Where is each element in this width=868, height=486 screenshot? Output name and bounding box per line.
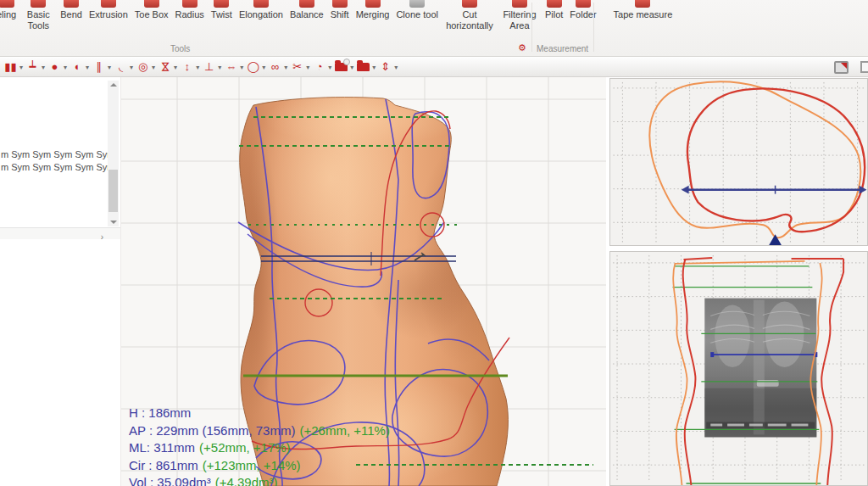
dropdown-caret-icon[interactable]: ▾ [42,64,45,71]
ribbon-item-cut-horizontally[interactable]: Cut horizontally [442,0,498,31]
smoothing-pad-tool[interactable]: ●▾ [47,60,67,74]
ribbon-item-basic-tools[interactable]: Basic Tools [19,0,57,31]
centerline-marker-icon[interactable] [769,234,782,245]
ribbon-item-balance[interactable]: Balance [287,0,327,20]
balance-tool-icon: ⊥ [201,60,217,74]
measurement-vol: Vol : 35.09dm³(+4.39dm³) [129,475,390,486]
ribbon-item-clone-tool[interactable]: Clone tool [392,0,442,20]
dropdown-caret-icon[interactable]: ▾ [350,64,353,71]
reference-bars-tool[interactable]: ▮▮▾ [3,60,23,74]
ribbon-item-merging[interactable]: Merging [353,0,393,20]
dropdown-caret-icon[interactable]: ▾ [306,64,309,71]
ribbon-item-folder[interactable]: Folder [566,0,599,20]
cut-tool-icon: ✂ [289,60,305,74]
cross-section-panel[interactable] [609,78,868,246]
dropdown-caret-icon[interactable]: ▾ [64,64,67,71]
ribbon-item-tape-measure[interactable]: Tape measure [610,0,676,20]
save-icon[interactable] [834,61,849,74]
group-separator [593,3,594,52]
radius-icon [182,0,198,8]
scrollbar-thumb[interactable] [108,170,118,212]
section-contour-modified [687,88,865,232]
dial-tool-icon: ◎ [135,60,151,74]
ribbon-item-pilot[interactable]: Pilot [542,0,566,20]
application-window: eling Basic Tools Bend Extrusion Toe Box… [0,0,868,486]
ribbon-toolbar: eling Basic Tools Bend Extrusion Toe Box… [0,0,868,57]
ribbon-item-modeling[interactable]: eling [0,0,19,20]
press-tool[interactable]: ┷▾ [25,60,45,74]
dropdown-caret-icon[interactable]: ▾ [328,64,331,71]
merging-tool[interactable]: ∞▾ [267,60,287,74]
dropdown-caret-icon[interactable]: ▾ [19,64,23,71]
ribbon-item-bend[interactable]: Bend [57,0,86,20]
expand-chevron-icon[interactable]: › [101,232,103,242]
measurement-ap: AP : 229mm (156mm, 73mm)(+26mm, +11%) [129,423,390,441]
xray-image [704,299,816,438]
group-label-tools: Tools [170,44,190,53]
dropdown-caret-icon[interactable]: ▾ [262,64,265,71]
shift-tool-icon: ⇔ [223,60,239,74]
reference-bars-icon: ▮▮ [3,60,19,74]
dropdown-caret-icon[interactable]: ▾ [240,64,243,71]
ribbon-item-shift[interactable]: Shift [327,0,353,20]
screen-icon[interactable] [860,61,868,73]
shift-icon [332,0,348,8]
merging-tool-icon: ∞ [267,60,283,74]
dropdown-caret-icon[interactable]: ▾ [284,64,287,71]
press-tool-icon: ┷ [25,60,41,74]
dropdown-caret-icon[interactable]: ▾ [152,64,155,71]
dropdown-caret-icon[interactable]: ▾ [218,64,221,71]
folder-plus-tool[interactable]: ▾ [333,63,353,71]
twist-tool[interactable]: ⋈▾ [157,60,177,74]
dialog-launcher-gear-icon[interactable]: ⚙ [518,42,526,53]
ribbon-item-toe-box[interactable]: Toe Box [131,0,172,20]
dial-tool[interactable]: ◎▾ [135,60,155,74]
dropdown-caret-icon[interactable]: ▾ [108,64,111,71]
sym-row[interactable]: m Sym Sym Sym Sym Sym Sym Sym S [1,148,108,161]
elbow-tool[interactable]: ◟▾ [113,60,133,74]
folder-tool[interactable]: ▾ [355,63,376,71]
dropdown-caret-icon[interactable]: ▾ [174,64,177,71]
dropdown-caret-icon[interactable]: ▾ [130,64,133,71]
ribbon-item-extrusion[interactable]: Extrusion [86,0,131,20]
ribbon-item-elongation[interactable]: Elongation [236,0,287,20]
model-viewport[interactable]: H : 186mm AP : 229mm (156mm, 73mm)(+26mm… [121,77,606,486]
cut-tool[interactable]: ✂▾ [289,60,309,74]
ribbon-item-filtering-area[interactable]: Filtering Area [498,0,542,31]
ribbon-item-twist[interactable]: Twist [208,0,236,20]
dropdown-caret-icon[interactable]: ▾ [394,64,398,71]
scroll-down-icon[interactable] [110,221,117,224]
shift-tool[interactable]: ⇔▾ [223,60,243,74]
folder-icon [576,0,591,8]
cross-section-canvas[interactable] [610,79,867,245]
frontal-canvas[interactable] [610,252,867,485]
measurement-readout: H : 186mm AP : 229mm (156mm, 73mm)(+26mm… [129,405,390,486]
filtering-area-tool[interactable]: ◔▾ [311,60,331,74]
smoothing-pad-icon: ● [47,60,63,74]
tape-measure-tool[interactable]: ⇕▾ [377,60,398,74]
cut-horizontally-icon [462,0,477,8]
elongation-tool[interactable]: ↕▾ [179,60,199,74]
clone-tool-icon [409,0,425,8]
elbow-tool-icon: ◟ [113,60,129,74]
ribbon-item-radius[interactable]: Radius [172,0,208,20]
scroll-up-icon[interactable] [110,83,117,87]
radius-tool[interactable]: ◯▾ [245,60,265,74]
merging-icon [365,0,381,8]
section-axis[interactable] [682,186,867,194]
clamp-tool[interactable]: ∥▾ [91,60,111,74]
bend-tool-icon: ◖ [69,60,85,74]
bend-icon [64,0,79,8]
dropdown-caret-icon[interactable]: ▾ [196,64,199,71]
basic-tools-icon [31,0,46,8]
dropdown-caret-icon[interactable]: ▾ [372,64,376,71]
dropdown-caret-icon[interactable]: ▾ [86,64,89,71]
balance-tool[interactable]: ⊥▾ [201,60,221,74]
bend-tool[interactable]: ◖▾ [69,60,89,74]
folder-plus-icon [335,63,348,71]
filtering-area-icon: ◔ [311,60,327,74]
radius-tool-icon: ◯ [245,60,261,74]
panel-scrollbar[interactable] [108,81,119,226]
sym-row[interactable]: m Sym Sym Sym Sym Sym Sym Sym S [1,161,108,174]
frontal-view-panel[interactable] [609,251,868,486]
